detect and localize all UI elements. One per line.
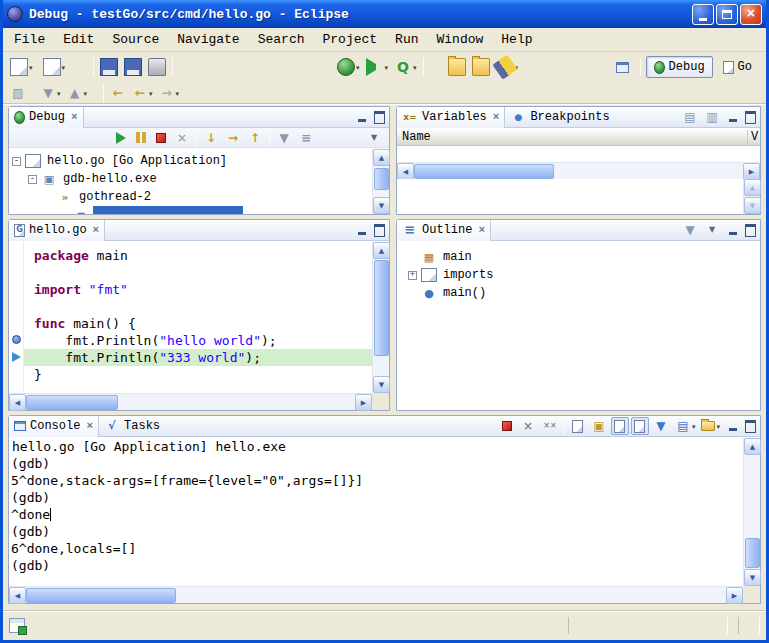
scroll-down-icon[interactable]	[744, 569, 761, 586]
console-line[interactable]: (gdb)	[11, 455, 743, 472]
menu-edit[interactable]: Edit	[54, 30, 103, 49]
menu-run[interactable]: Run	[386, 30, 427, 49]
new-menu-button[interactable]	[41, 56, 68, 78]
debug-vertical-scrollbar[interactable]	[372, 149, 389, 214]
resume-button[interactable]	[112, 129, 130, 147]
title-bar[interactable]: Debug - testGo/src/cmd/hello.go - Eclips…	[3, 0, 766, 28]
scroll-right-icon[interactable]	[355, 394, 372, 411]
suspend-button[interactable]	[132, 129, 150, 147]
console-horizontal-scrollbar[interactable]	[9, 586, 743, 603]
console-vertical-scrollbar[interactable]	[743, 438, 760, 586]
remove-launch-button[interactable]: ×	[518, 417, 538, 435]
save-all-button[interactable]	[122, 56, 144, 78]
fast-view-icon[interactable]	[9, 618, 25, 633]
scroll-up-icon[interactable]	[744, 179, 761, 196]
tree-row[interactable]: ≡	[9, 206, 372, 214]
column-name[interactable]: Name	[397, 130, 747, 144]
view-menu-button[interactable]: ▼	[702, 221, 722, 239]
search-button[interactable]	[494, 56, 521, 78]
next-annotation-button[interactable]: ▼	[38, 84, 63, 102]
show-stderr-button[interactable]	[631, 417, 649, 435]
console-line[interactable]: 5^done,stack-args=[frame={level="0",args…	[11, 472, 743, 489]
maximize-view-icon[interactable]	[372, 110, 386, 124]
collapse-icon[interactable]: -	[28, 175, 37, 184]
drop-to-frame-button[interactable]: ▼	[274, 129, 294, 147]
scrollbar-thumb[interactable]	[26, 588, 176, 603]
window-minimize-button[interactable]	[692, 4, 714, 25]
tree-row[interactable]: »gothread-2	[9, 188, 372, 206]
collapse-icon[interactable]: -	[12, 157, 21, 166]
step-into-button[interactable]: ↓	[201, 129, 221, 147]
tab-tasks[interactable]: Tasks	[99, 416, 165, 437]
editor-horizontal-scrollbar[interactable]	[9, 393, 372, 410]
minimize-view-icon[interactable]	[726, 110, 740, 124]
scroll-up-icon[interactable]	[744, 438, 761, 455]
sort-button[interactable]: ▼	[680, 221, 700, 239]
tab-breakpoints[interactable]: Breakpoints	[505, 107, 614, 128]
code-line[interactable]: }	[24, 366, 372, 383]
minimize-view-icon[interactable]	[726, 419, 740, 433]
scroll-right-icon[interactable]	[726, 587, 743, 604]
maximize-view-icon[interactable]	[743, 223, 757, 237]
scrollbar-thumb[interactable]	[26, 395, 118, 410]
show-stdout-button[interactable]	[611, 417, 629, 435]
scroll-left-icon[interactable]	[397, 163, 414, 180]
tab-variables[interactable]: Variables	[397, 107, 505, 128]
pin-console-button[interactable]: ▼	[651, 417, 671, 435]
menu-project[interactable]: Project	[313, 30, 386, 49]
maximize-view-icon[interactable]	[743, 110, 757, 124]
code-line[interactable]	[24, 298, 372, 315]
scrollbar-thumb[interactable]	[374, 168, 389, 190]
clear-console-button[interactable]	[569, 417, 587, 435]
scrollbar-thumb[interactable]	[745, 538, 760, 568]
tree-row[interactable]: ●main()	[405, 284, 760, 302]
expand-icon[interactable]: +	[408, 271, 417, 280]
scroll-down-icon[interactable]	[744, 197, 761, 214]
breakpoint-icon[interactable]	[12, 335, 21, 344]
console-line[interactable]: (gdb)	[11, 489, 743, 506]
scrollbar-thumb[interactable]	[414, 164, 554, 179]
toggle-mark-occurrences-button[interactable]: ▨	[8, 84, 28, 102]
code-editor-area[interactable]: package main import "fmt" func main() { …	[24, 242, 372, 393]
tree-row[interactable]: -▣gdb-hello.exe	[9, 170, 372, 188]
console-line[interactable]: 6^done,locals=[]	[11, 540, 743, 557]
scrollbar-thumb[interactable]	[374, 260, 389, 356]
editor-marker-ruler[interactable]	[9, 242, 24, 393]
minimize-view-icon[interactable]	[355, 223, 369, 237]
scroll-down-icon[interactable]	[373, 376, 390, 393]
tab-debug[interactable]: Debug	[9, 107, 84, 128]
code-line[interactable]: func main() {	[24, 315, 372, 332]
column-value[interactable]: V	[747, 130, 760, 144]
remove-all-launches-button[interactable]: ××	[540, 417, 560, 435]
window-close-button[interactable]	[740, 4, 762, 25]
import-folder-button[interactable]	[470, 56, 492, 78]
tab-hello-go[interactable]: hello.go	[9, 220, 105, 241]
console-output[interactable]: (gdb)5^done,stack-args=[frame={level="0"…	[11, 455, 743, 586]
debug-launch-tree[interactable]: -hello.go [Go Application]-▣gdb-hello.ex…	[9, 149, 372, 214]
terminate-button[interactable]	[498, 417, 516, 435]
save-button[interactable]	[98, 56, 120, 78]
close-icon[interactable]	[84, 419, 93, 433]
close-icon[interactable]	[491, 110, 500, 124]
tree-row[interactable]: ▦main	[405, 248, 760, 266]
menu-source[interactable]: Source	[103, 30, 168, 49]
terminate-button[interactable]	[152, 129, 170, 147]
display-console-button[interactable]: ▤	[673, 417, 698, 435]
close-icon[interactable]	[69, 110, 78, 124]
outline-tree[interactable]: ▦main+imports●main()	[405, 242, 760, 410]
tab-console[interactable]: Console	[9, 416, 99, 437]
console-line[interactable]: (gdb)	[11, 523, 743, 540]
back-history-button[interactable]: ←	[130, 84, 155, 102]
show-type-names-button[interactable]: ▤	[680, 108, 700, 126]
step-return-button[interactable]: ↑	[245, 129, 265, 147]
forward-history-button[interactable]: →	[157, 84, 182, 102]
external-tools-button[interactable]: Q	[392, 56, 419, 78]
scroll-left-icon[interactable]	[9, 394, 26, 411]
close-icon[interactable]	[91, 223, 100, 237]
step-over-button[interactable]: →	[223, 129, 243, 147]
menu-window[interactable]: Window	[428, 30, 493, 49]
code-line[interactable]: fmt.Println("hello world");	[24, 332, 372, 349]
variables-detail-pane[interactable]	[397, 179, 743, 214]
menu-search[interactable]: Search	[249, 30, 314, 49]
menu-file[interactable]: File	[5, 30, 54, 49]
